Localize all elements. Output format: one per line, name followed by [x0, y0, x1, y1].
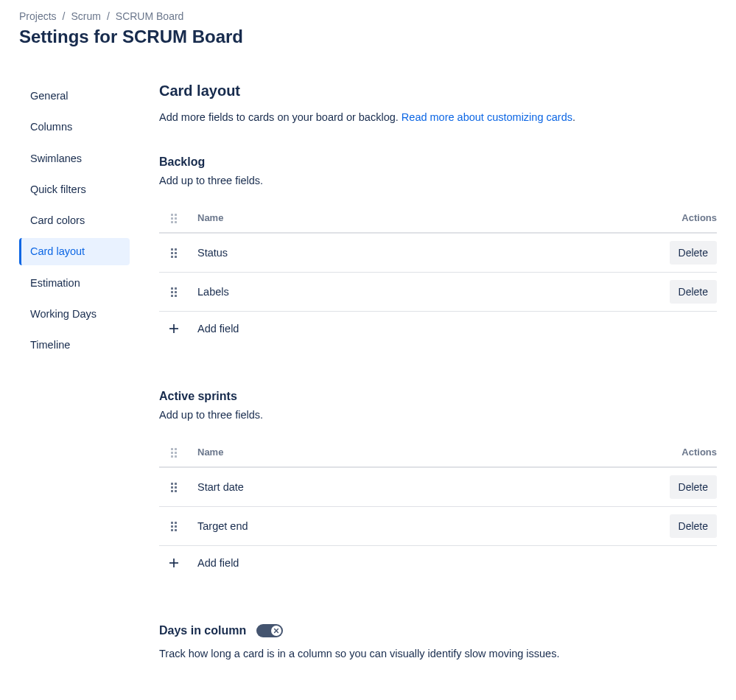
breadcrumb-item-scrum[interactable]: Scrum: [71, 10, 100, 22]
breadcrumb-item-board[interactable]: SCRUM Board: [116, 10, 184, 22]
backlog-table: Name Actions Status Delete Lab: [159, 204, 717, 346]
drag-handle[interactable]: [159, 248, 189, 257]
active-sprints-heading: Active sprints: [159, 390, 717, 403]
settings-sidebar: General Columns Swimlanes Quick filters …: [19, 83, 130, 662]
table-header-row: Name Actions: [159, 204, 717, 234]
field-name: Target end: [189, 520, 651, 532]
plus-icon: [159, 556, 189, 570]
column-header-actions: Actions: [651, 447, 717, 458]
drag-handle-icon: [171, 214, 177, 223]
sidebar-item-estimation[interactable]: Estimation: [19, 270, 130, 296]
section-heading-card-layout: Card layout: [159, 83, 717, 99]
table-row: Status Delete: [159, 234, 717, 273]
drag-handle-header: [159, 448, 189, 457]
field-name: Status: [189, 247, 651, 259]
active-sprints-section: Active sprints Add up to three fields. N…: [159, 390, 717, 580]
add-field-label: Add field: [189, 557, 239, 569]
breadcrumb-item-projects[interactable]: Projects: [19, 10, 57, 22]
drag-handle-header: [159, 214, 189, 223]
drag-handle-icon: [171, 448, 177, 457]
drag-handle[interactable]: [159, 522, 189, 531]
column-header-name: Name: [189, 447, 651, 458]
table-header-row: Name Actions: [159, 438, 717, 468]
add-field-row[interactable]: Add field: [159, 312, 717, 346]
add-field-row[interactable]: Add field: [159, 546, 717, 580]
table-row: Target end Delete: [159, 507, 717, 546]
sidebar-item-working-days[interactable]: Working Days: [19, 301, 130, 327]
backlog-section: Backlog Add up to three fields. Name Act…: [159, 155, 717, 346]
backlog-heading: Backlog: [159, 155, 717, 169]
intro-text-body: Add more fields to cards on your board o…: [159, 111, 402, 123]
read-more-link[interactable]: Read more about customizing cards: [402, 111, 572, 123]
table-row: Start date Delete: [159, 468, 717, 507]
main-content: Card layout Add more fields to cards on …: [159, 83, 717, 662]
drag-handle[interactable]: [159, 287, 189, 296]
days-in-column-heading: Days in column: [159, 624, 246, 637]
intro-text-period: .: [572, 111, 575, 123]
column-header-actions: Actions: [651, 212, 717, 223]
delete-button[interactable]: Delete: [670, 475, 717, 499]
sidebar-item-card-colors[interactable]: Card colors: [19, 207, 130, 234]
sidebar-item-swimlanes[interactable]: Swimlanes: [19, 145, 130, 172]
days-in-column-section: Days in column Track how long a card is …: [159, 624, 717, 662]
drag-handle[interactable]: [159, 483, 189, 491]
drag-handle-icon: [171, 248, 177, 257]
intro-text: Add more fields to cards on your board o…: [159, 110, 717, 126]
toggle-knob-off-icon: [271, 626, 281, 636]
page-title: Settings for SCRUM Board: [19, 27, 717, 47]
drag-handle-icon: [171, 483, 177, 491]
field-name: Labels: [189, 286, 651, 298]
active-sprints-table: Name Actions Start date Delete: [159, 438, 717, 580]
drag-handle-icon: [171, 522, 177, 531]
sidebar-item-card-layout[interactable]: Card layout: [19, 238, 130, 265]
sidebar-item-general[interactable]: General: [19, 83, 130, 109]
delete-button[interactable]: Delete: [670, 514, 717, 538]
breadcrumb-separator: /: [107, 10, 110, 22]
sidebar-item-quick-filters[interactable]: Quick filters: [19, 176, 130, 203]
column-header-name: Name: [189, 212, 651, 223]
sidebar-item-timeline[interactable]: Timeline: [19, 332, 130, 358]
delete-button[interactable]: Delete: [670, 241, 717, 265]
breadcrumb-separator: /: [63, 10, 66, 22]
days-in-column-desc: Track how long a card is in a column so …: [159, 646, 717, 662]
breadcrumb: Projects / Scrum / SCRUM Board: [19, 10, 717, 22]
drag-handle-icon: [171, 287, 177, 296]
active-sprints-desc: Add up to three fields.: [159, 409, 717, 421]
plus-icon: [159, 322, 189, 335]
backlog-desc: Add up to three fields.: [159, 175, 717, 186]
table-row: Labels Delete: [159, 273, 717, 312]
add-field-label: Add field: [189, 323, 239, 335]
field-name: Start date: [189, 481, 651, 493]
sidebar-item-columns[interactable]: Columns: [19, 113, 130, 140]
days-in-column-toggle[interactable]: [256, 624, 283, 637]
delete-button[interactable]: Delete: [670, 280, 717, 304]
